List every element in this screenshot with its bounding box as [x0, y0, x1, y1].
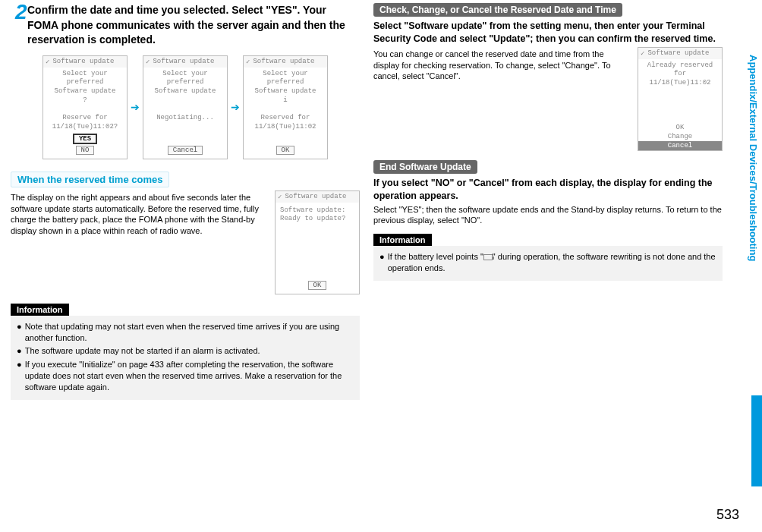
- bold-intro-2: If you select "NO" or "Cancel" from each…: [373, 177, 723, 203]
- info-item: The software update may not be started i…: [25, 345, 260, 357]
- screen-body: Select your preferred Software update Ne…: [145, 70, 225, 123]
- side-tab: Appendix/External Devices/Troubleshootin…: [744, 55, 762, 486]
- ok-button: OK: [276, 146, 295, 155]
- screen-title: Software update: [153, 58, 214, 65]
- screen-reserved: ✓Software update Already reserved for 11…: [638, 47, 723, 151]
- step-heading: Confirm the date and time you selected. …: [27, 3, 360, 48]
- side-tab-bar: [751, 395, 762, 486]
- screen-body: Already reserved for 11/18(Tue)11:02: [640, 61, 720, 88]
- section-end-update: End Software Update: [373, 160, 477, 174]
- info-item: If you execute "Initialize" on page 433 …: [25, 359, 354, 393]
- ok-button: OK: [308, 281, 327, 290]
- screen-title: Software update: [52, 58, 114, 65]
- screen-3: ✓Software update Select your preferred S…: [243, 55, 328, 159]
- arrow-icon: ➔: [131, 101, 140, 113]
- yes-button: YES: [73, 134, 97, 144]
- page-number: 533: [716, 507, 739, 523]
- information-label: Information: [11, 304, 69, 316]
- info-item: Note that updating may not start even wh…: [25, 321, 354, 344]
- screen-body: Software update: Ready to update?: [277, 205, 357, 225]
- screens-row: ✓Software update Select your preferred S…: [11, 55, 360, 159]
- information-box: ●Note that updating may not start even w…: [11, 316, 360, 400]
- battery-icon: [483, 254, 493, 260]
- change-cancel-text: You can change or cancel the reserved da…: [373, 49, 630, 83]
- screen-title: Software update: [285, 193, 346, 200]
- no-button: NO: [76, 146, 95, 155]
- screen-ready: ✓Software update Software update: Ready …: [275, 190, 360, 294]
- information-label: Information: [373, 234, 432, 246]
- screen-title: Software update: [647, 49, 709, 57]
- arrow-icon: ➔: [231, 101, 240, 113]
- screen-body: Select your preferred Software update i …: [245, 70, 326, 132]
- information-box: ●If the battery level points "" during o…: [373, 246, 723, 281]
- menu-change: Change: [638, 132, 722, 141]
- screen-1: ✓Software update Select your preferred S…: [43, 55, 128, 159]
- step-number: 2: [15, 0, 27, 24]
- reserved-time-text: The display on the right appears and abo…: [11, 192, 269, 237]
- bold-intro-1: Select "Software update" from the settin…: [373, 20, 723, 46]
- screen-body: Select your preferred Software update ? …: [45, 70, 125, 132]
- cancel-button: Cancel: [168, 146, 203, 155]
- subheading-reserved-time: When the reserved time comes: [11, 172, 169, 187]
- screen-2: ✓Software update Select your preferred S…: [143, 55, 228, 159]
- menu-ok: OK: [638, 123, 722, 132]
- menu-cancel: Cancel: [638, 141, 722, 150]
- info-item: If the battery level points "" during op…: [388, 251, 716, 274]
- screen-title: Software update: [253, 58, 314, 65]
- end-update-text: Select "YES"; then the software update e…: [373, 204, 723, 227]
- section-check-change-cancel: Check, Change, or Cancel the Reserved Da…: [373, 3, 622, 17]
